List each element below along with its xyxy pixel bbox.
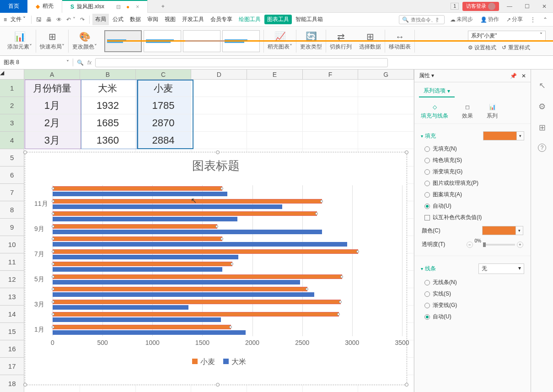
cell[interactable]	[191, 97, 247, 114]
redo-icon[interactable]: ↷	[78, 16, 86, 24]
cell[interactable]: 大米	[80, 80, 136, 97]
bar-rice[interactable]	[53, 192, 227, 196]
bar-wheat[interactable]	[53, 249, 358, 254]
cell[interactable]	[247, 80, 303, 97]
add-element-button[interactable]: 📊添加元素˅	[4, 31, 36, 51]
reset-style-button[interactable]: ↺ 重置样式	[502, 44, 530, 52]
cell[interactable]	[247, 114, 303, 132]
row-header[interactable]: 9	[0, 219, 24, 236]
menu-data[interactable]: 数据	[127, 14, 144, 25]
style-preset-1[interactable]	[104, 30, 142, 52]
cell[interactable]	[191, 114, 247, 132]
bar-wheat[interactable]	[53, 199, 322, 204]
cell[interactable]: 1932	[80, 97, 136, 114]
bar-wheat[interactable]	[53, 312, 339, 317]
save-icon[interactable]: 🖫	[34, 16, 43, 24]
cell[interactable]	[303, 132, 359, 149]
radio-solid-line[interactable]: 实线(S)	[421, 288, 524, 300]
cell[interactable]: 3月	[24, 132, 80, 149]
series-selector[interactable]: 系列"小麦"˅	[468, 31, 546, 41]
tab-series-options[interactable]: 系列选项 ▾	[419, 85, 455, 97]
undo-icon[interactable]: ↶ ˅	[64, 16, 77, 24]
cell[interactable]: 月份销量	[24, 80, 80, 97]
cell[interactable]: 小麦	[136, 80, 192, 97]
col-header-B[interactable]: B	[80, 70, 136, 79]
share-button[interactable]: ↗ 分享	[505, 15, 525, 24]
cell[interactable]	[303, 97, 359, 114]
collab-button[interactable]: 👤 协作	[478, 15, 501, 24]
cell[interactable]	[303, 114, 359, 132]
fill-color-swatch[interactable]: ▾	[483, 131, 524, 140]
menu-formula[interactable]: 公式	[110, 14, 126, 25]
unsync-button[interactable]: ☁ 未同步	[448, 15, 475, 24]
change-color-button[interactable]: 🎨更改颜色˅	[69, 31, 101, 51]
transparency-slider[interactable]: − 0% +	[467, 242, 523, 248]
tab-file[interactable]: S旋风图.xlsx⊟●×	[62, 0, 147, 13]
bar-wheat[interactable]	[53, 274, 342, 279]
line-type-select[interactable]: 无▾	[478, 263, 524, 274]
cell[interactable]: 1360	[80, 132, 136, 149]
chart-object[interactable]: 图表标题 11月9月7月5月3月1月 050010001500200025003…	[25, 152, 407, 385]
menu-drawtools[interactable]: 绘图工具	[236, 14, 263, 25]
bar-rice[interactable]	[53, 330, 246, 335]
bar-rice[interactable]	[53, 267, 222, 272]
row-header[interactable]: 4	[0, 132, 24, 149]
radio-solid-fill[interactable]: 纯色填充(S)	[421, 155, 524, 166]
cell[interactable]: 2884	[136, 132, 192, 149]
color-picker[interactable]: ▾	[482, 226, 523, 235]
chart-plot-area[interactable]: 11月9月7月5月3月1月	[53, 185, 402, 336]
cell[interactable]	[247, 97, 303, 114]
bar-wheat[interactable]	[53, 186, 222, 191]
col-header-D[interactable]: D	[191, 70, 247, 79]
menu-charttools[interactable]: 图表工具	[264, 15, 292, 24]
menu-file[interactable]: 文件 ˅	[8, 14, 28, 25]
quick-layout-button[interactable]: ⊞快速布局˅	[36, 31, 68, 51]
cell[interactable]	[358, 114, 414, 132]
menu-layout[interactable]: 布局	[92, 14, 109, 25]
close-tab-icon[interactable]: ×	[136, 4, 139, 10]
add-tab-icon[interactable]: +	[156, 3, 170, 10]
cell[interactable]	[191, 132, 247, 149]
search-input[interactable]	[411, 17, 438, 22]
window-count[interactable]: 1	[451, 3, 459, 10]
bar-rice[interactable]	[53, 242, 347, 247]
login-badge[interactable]: 访客登录	[462, 2, 499, 11]
row-header[interactable]: 7	[0, 184, 24, 201]
menu-devtools[interactable]: 开发工具	[179, 14, 207, 25]
bar-wheat[interactable]	[53, 300, 341, 304]
row-header[interactable]: 14	[0, 306, 24, 323]
bar-rice[interactable]	[53, 280, 300, 285]
cell[interactable]	[247, 132, 303, 149]
print-icon[interactable]: 🖶	[44, 16, 54, 24]
row-header[interactable]: 5	[0, 149, 24, 166]
bar-wheat[interactable]	[53, 211, 317, 216]
maximize-icon[interactable]: ☐	[520, 1, 534, 12]
bar-rice[interactable]	[53, 255, 238, 259]
cell[interactable]: 2月	[24, 114, 80, 132]
col-header-C[interactable]: C	[136, 70, 192, 79]
sidebar-settings-icon[interactable]: ⚙	[538, 102, 546, 112]
collapse-ribbon-icon[interactable]: ⌃	[541, 16, 549, 24]
set-format-button[interactable]: ⚙ 设置格式	[468, 44, 496, 52]
radio-gradient-line[interactable]: 渐变线(G)	[421, 300, 524, 311]
radio-no-fill[interactable]: 无填充(N)	[421, 143, 524, 155]
row-header[interactable]: 10	[0, 236, 24, 253]
menu-view[interactable]: 视图	[162, 14, 178, 25]
tab-fill-line[interactable]: ◇填充与线条	[421, 104, 448, 120]
radio-picture-fill[interactable]: 图片或纹理填充(P)	[421, 177, 524, 189]
close-panel-icon[interactable]: ✕	[521, 73, 526, 79]
cell[interactable]	[303, 80, 359, 97]
tab-daoqiao[interactable]: ◆稻壳	[27, 0, 62, 13]
tab-effect[interactable]: ◻效果	[462, 104, 473, 120]
cell[interactable]	[358, 80, 414, 97]
radio-auto-line[interactable]: 自动(U)	[421, 311, 524, 322]
namebox[interactable]: 图表 8˅	[0, 59, 73, 66]
zoom-icon[interactable]: 🔍	[77, 59, 84, 66]
cell[interactable]: 1785	[136, 97, 192, 114]
cell[interactable]	[191, 80, 247, 97]
close-icon[interactable]: ✕	[537, 1, 551, 12]
bar-rice[interactable]	[53, 305, 188, 310]
formula-input[interactable]	[95, 58, 388, 67]
tab-series[interactable]: 📊系列	[487, 104, 498, 120]
bar-wheat[interactable]	[53, 262, 232, 266]
